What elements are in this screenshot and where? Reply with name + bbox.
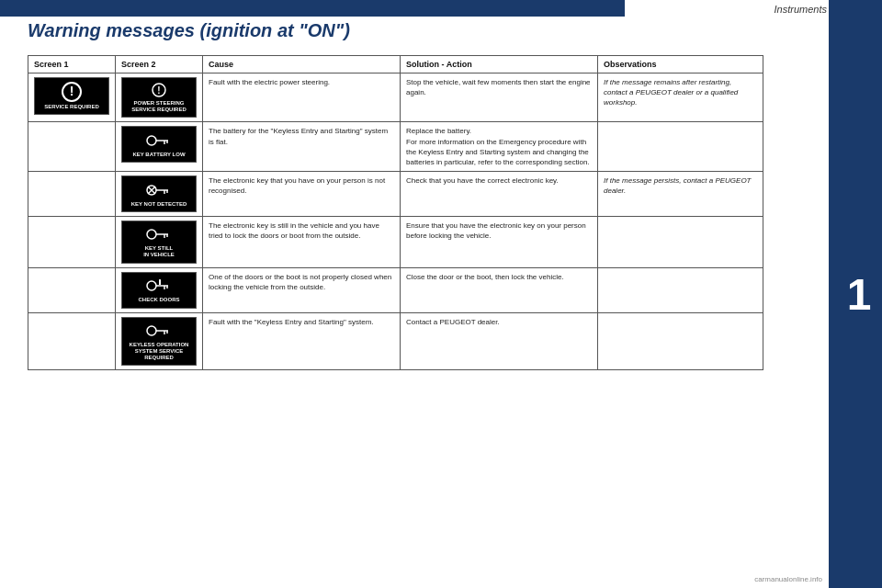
svg-text:!: ! bbox=[70, 84, 74, 98]
screen2-cell: KEY BATTERY LOW bbox=[116, 122, 203, 172]
right-strip bbox=[829, 0, 836, 588]
table-row: CHECK DOORS One of the doors or the boot… bbox=[28, 267, 763, 312]
table-row: KEY NOT DETECTED The electronic key that… bbox=[28, 172, 763, 217]
cause-cell: Fault with the "Keyless Entry and Starti… bbox=[203, 312, 401, 370]
key-not-detected-icon: KEY NOT DETECTED bbox=[121, 175, 197, 212]
screen1-cell-empty bbox=[28, 172, 116, 217]
screen2-cell: KEY NOT DETECTED bbox=[116, 172, 203, 217]
solution-cell: Replace the battery.For more information… bbox=[401, 122, 598, 172]
svg-point-4 bbox=[147, 136, 156, 145]
table-row: KEYLESS OPERATIONSYSTEM SERVICEREQUIRED … bbox=[28, 312, 763, 370]
screen2-cell: KEYLESS OPERATIONSYSTEM SERVICEREQUIRED bbox=[116, 312, 203, 370]
obs-cell-empty bbox=[598, 312, 763, 370]
screen1-cell-empty bbox=[28, 122, 116, 172]
cause-cell: The electronic key is still in the vehic… bbox=[203, 217, 401, 267]
table-row: ! SERVICE REQUIRED ! POWER STEERINGSERVI… bbox=[28, 74, 763, 122]
instruments-label: Instruments bbox=[775, 4, 827, 15]
svg-point-14 bbox=[147, 230, 156, 239]
power-steering-icon: ! POWER STEERINGSERVICE REQUIRED bbox=[121, 77, 197, 118]
solution-cell: Stop the vehicle, wait few moments then … bbox=[401, 74, 598, 122]
obs-cell: If the message remains after restarting,… bbox=[598, 74, 763, 122]
solution-cell: Check that you have the correct electron… bbox=[401, 172, 598, 217]
screen1-cell-empty bbox=[28, 217, 116, 267]
check-doors-icon: CHECK DOORS bbox=[121, 272, 197, 309]
cause-cell: The electronic key that you have on your… bbox=[203, 172, 401, 217]
solution-cell: Contact a PEUGEOT dealer. bbox=[401, 312, 598, 370]
screen2-cell: CHECK DOORS bbox=[116, 267, 203, 312]
screen2-cell: ! POWER STEERINGSERVICE REQUIRED bbox=[116, 74, 203, 122]
watermark: carmanualonline.info bbox=[754, 575, 822, 583]
svg-point-18 bbox=[147, 281, 156, 290]
solution-cell: Ensure that you have the electronic key … bbox=[401, 217, 598, 267]
col-header-observations: Observations bbox=[598, 56, 763, 74]
svg-rect-22 bbox=[159, 279, 161, 285]
solution-cell: Close the door or the boot, then lock th… bbox=[401, 267, 598, 312]
screen1-cell-empty bbox=[28, 312, 116, 370]
col-header-cause: Cause bbox=[203, 56, 401, 74]
svg-point-23 bbox=[147, 326, 156, 335]
cause-cell: One of the doors or the boot is not prop… bbox=[203, 267, 401, 312]
table-row: KEY BATTERY LOW The battery for the "Key… bbox=[28, 122, 763, 172]
table-row: KEY STILLIN VEHICLE The electronic key i… bbox=[28, 217, 763, 267]
key-still-in-vehicle-icon: KEY STILLIN VEHICLE bbox=[121, 220, 197, 263]
cause-cell: Fault with the electric power steering. bbox=[203, 74, 401, 122]
cause-cell: The battery for the "Keyless Entry and S… bbox=[203, 122, 401, 172]
col-header-screen2: Screen 2 bbox=[116, 56, 203, 74]
service-required-icon: ! SERVICE REQUIRED bbox=[34, 77, 109, 115]
obs-cell: If the message persists, contact a PEUGE… bbox=[598, 172, 763, 217]
obs-cell-empty bbox=[598, 122, 763, 172]
page-title: Warning messages (ignition at "ON") bbox=[28, 20, 350, 41]
key-battery-low-icon: KEY BATTERY LOW bbox=[121, 126, 197, 163]
keyless-operation-icon: KEYLESS OPERATIONSYSTEM SERVICEREQUIRED bbox=[121, 317, 197, 367]
col-header-screen1: Screen 1 bbox=[28, 56, 116, 74]
svg-text:!: ! bbox=[157, 85, 160, 96]
col-header-solution: Solution - Action bbox=[401, 56, 598, 74]
obs-cell-empty bbox=[598, 217, 763, 267]
screen2-cell: KEY STILLIN VEHICLE bbox=[116, 217, 203, 267]
screen1-cell-empty bbox=[28, 267, 116, 312]
warning-table: Screen 1 Screen 2 Cause Solution - Actio… bbox=[28, 55, 763, 370]
obs-cell-empty bbox=[598, 267, 763, 312]
chapter-number: 1 bbox=[836, 0, 882, 588]
screen1-cell: ! SERVICE REQUIRED bbox=[28, 74, 116, 122]
top-bar bbox=[0, 0, 625, 17]
